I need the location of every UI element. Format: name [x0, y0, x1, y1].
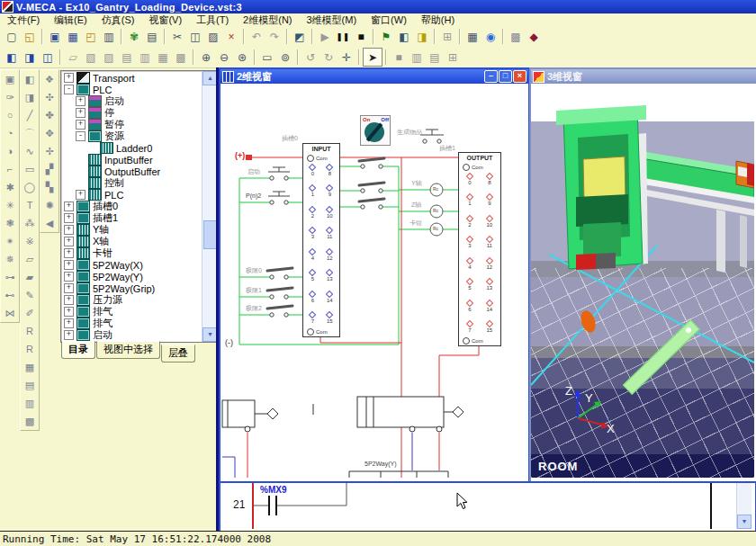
save-icon[interactable]: ▣: [46, 28, 64, 45]
window-3d-titlebar[interactable]: 3维视窗: [531, 69, 756, 84]
palette-tool-icon[interactable]: ✵: [1, 250, 19, 268]
tree-item[interactable]: - PLC: [62, 84, 202, 95]
palette-tool-icon[interactable]: ▭: [21, 160, 39, 178]
layout-full-icon[interactable]: ◫: [39, 49, 57, 66]
expand-toggle[interactable]: +: [64, 318, 74, 328]
palette-tool-icon[interactable]: ∿: [21, 142, 39, 160]
palette-tool-icon[interactable]: ⁂: [21, 214, 39, 232]
zoom-in-icon[interactable]: ⊕: [197, 49, 215, 66]
doc-warn-icon[interactable]: ◨: [413, 28, 431, 45]
expand-toggle[interactable]: +: [64, 272, 74, 282]
palette-tool-icon[interactable]: ❖: [40, 70, 58, 88]
palette-tool-icon[interactable]: ▞: [40, 160, 58, 178]
palette-tool-icon[interactable]: ✐: [21, 304, 39, 322]
expand-toggle[interactable]: +: [64, 283, 74, 293]
view-bottom-icon[interactable]: ▩: [172, 49, 190, 66]
zoom-reset-icon[interactable]: ⊛: [233, 49, 251, 66]
ladder-scrollbar[interactable]: ▼: [736, 483, 752, 529]
expand-toggle[interactable]: +: [64, 307, 74, 317]
tree-item[interactable]: + 5P2Way(Grip): [62, 282, 202, 294]
palette-tool-icon[interactable]: ◑: [1, 142, 19, 160]
cut-icon[interactable]: ✂: [168, 28, 186, 45]
new-file-icon[interactable]: ▢: [3, 28, 21, 45]
expand-toggle[interactable]: +: [64, 260, 74, 270]
tree-item[interactable]: 控制: [62, 177, 202, 189]
tree-item[interactable]: + X轴: [62, 236, 202, 247]
undo-icon[interactable]: ↶: [248, 28, 266, 45]
report-icon[interactable]: ◩: [291, 28, 309, 45]
palette-tool-icon[interactable]: ✎: [21, 286, 39, 304]
tab-cascade[interactable]: 层叠: [161, 345, 195, 363]
delete-icon[interactable]: ×: [222, 28, 240, 45]
expand-toggle[interactable]: +: [76, 190, 86, 200]
expand-toggle[interactable]: +: [64, 248, 74, 258]
pause-icon[interactable]: ❚❚: [334, 28, 352, 45]
palette-tool-icon[interactable]: ▚: [40, 178, 58, 196]
palette-tool-icon[interactable]: ▤: [21, 376, 39, 394]
menu-item[interactable]: 文件(F): [0, 13, 47, 27]
palette-tool-icon[interactable]: ⋈: [1, 304, 19, 322]
view-front-icon[interactable]: ▧: [82, 49, 100, 66]
palette-tool-icon[interactable]: ⌐: [1, 160, 19, 178]
paste-icon[interactable]: ▨: [204, 28, 222, 45]
menu-item[interactable]: 帮助(H): [414, 13, 462, 27]
palette-tool-icon[interactable]: ❃: [1, 214, 19, 232]
tree-item[interactable]: InputBuffer: [62, 154, 202, 166]
scene-3d[interactable]: Z Y X ROOM: [531, 84, 754, 478]
palette-tool-icon[interactable]: ⌒: [21, 124, 39, 142]
palette-tool-icon[interactable]: ▣: [1, 70, 19, 88]
palette-tool-icon[interactable]: ◧: [21, 70, 39, 88]
palette-tool-icon[interactable]: ✑: [1, 88, 19, 106]
save-all-icon[interactable]: ▦: [64, 28, 82, 45]
expand-toggle[interactable]: +: [64, 73, 74, 83]
window-hsplit-icon[interactable]: ▤: [426, 49, 444, 66]
help-book-icon[interactable]: ◆: [525, 28, 543, 45]
close-button[interactable]: ×: [513, 70, 526, 83]
palette-tool-icon[interactable]: ◀: [40, 214, 58, 232]
palette-tool-icon[interactable]: ▰: [21, 268, 39, 286]
expand-toggle[interactable]: +: [76, 108, 86, 118]
view-top-icon[interactable]: ▨: [100, 49, 118, 66]
title-bar[interactable]: V-MECA - Ex10_Gantry_Loading_Device.vst:…: [0, 0, 756, 13]
palette-tool-icon[interactable]: ◯: [21, 178, 39, 196]
menu-item[interactable]: 2维模型(N): [236, 13, 299, 27]
tree-item[interactable]: OutputBuffer: [62, 166, 202, 177]
palette-tool-icon[interactable]: ✱: [1, 178, 19, 196]
table-view-icon[interactable]: ⊞: [438, 28, 456, 45]
expand-toggle[interactable]: +: [64, 237, 74, 246]
stop-icon[interactable]: ■: [352, 28, 370, 45]
tree-item[interactable]: + PLC: [62, 189, 202, 201]
palette-tool-icon[interactable]: ○: [1, 106, 19, 124]
tree-item[interactable]: Ladder0: [62, 142, 202, 154]
tree-item[interactable]: + 暂停: [62, 119, 202, 130]
connector-icon[interactable]: ⚑: [377, 28, 395, 45]
scroll-thumb[interactable]: [203, 220, 217, 249]
palette-tool-icon[interactable]: R: [21, 322, 39, 340]
view-side-icon[interactable]: ▤: [118, 49, 136, 66]
pan-icon[interactable]: ✛: [338, 49, 356, 66]
expand-toggle[interactable]: +: [64, 225, 74, 235]
palette-tool-icon[interactable]: ▩: [21, 412, 39, 430]
switch-knob[interactable]: [364, 122, 384, 142]
palette-tool-icon[interactable]: ✳: [1, 196, 19, 214]
minimize-button[interactable]: –: [484, 70, 498, 83]
window-vsplit-icon[interactable]: ▥: [408, 49, 426, 66]
tree-item[interactable]: - 资源: [62, 130, 202, 142]
tree-item[interactable]: + 排气: [62, 318, 202, 329]
tree-item[interactable]: + 排气: [62, 306, 202, 318]
tree-item[interactable]: + 停: [62, 107, 202, 119]
tree-item[interactable]: + 启动: [62, 329, 202, 341]
mesh-icon[interactable]: ▩: [507, 28, 525, 45]
layout-split-icon[interactable]: ◨: [21, 49, 39, 66]
menu-item[interactable]: 视窗(V): [141, 13, 189, 27]
play-icon[interactable]: ▶: [316, 28, 334, 45]
restore-button[interactable]: □: [499, 70, 512, 83]
palette-tool-icon[interactable]: ◨: [21, 88, 39, 106]
zoom-window-icon[interactable]: ▭: [258, 49, 276, 66]
hint-bulb-icon[interactable]: ◉: [482, 28, 500, 45]
doc-run-icon[interactable]: ◧: [395, 28, 413, 45]
shade-mode-icon[interactable]: ▱: [64, 49, 82, 66]
scroll-down-icon[interactable]: ▼: [202, 327, 217, 342]
tree-item[interactable]: + 插槽0: [62, 201, 202, 212]
export-icon[interactable]: ✾: [125, 28, 143, 45]
